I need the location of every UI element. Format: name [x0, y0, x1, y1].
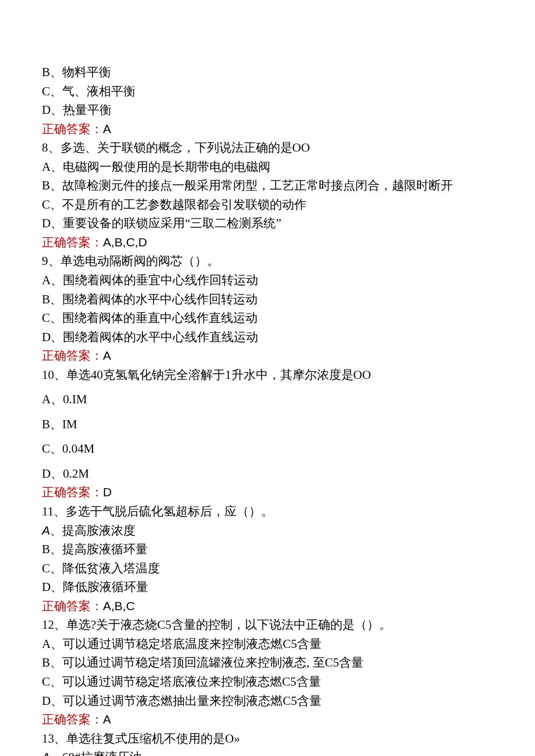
- text-line: D、0.2M: [42, 464, 493, 483]
- answer-line: 正确答案：A: [42, 120, 493, 139]
- spacing: [42, 433, 493, 439]
- text-line: D、围绕着阀体的水平中心线作直线运动: [42, 328, 493, 347]
- option-text: 、提高胺液浓度: [50, 524, 135, 538]
- text-line: C、气、液相平衡: [42, 82, 493, 101]
- spacing: [42, 409, 493, 415]
- text-line: 12、单选?关于液态烧C5含量的控制，以下说法中正确的是（）。: [42, 615, 493, 635]
- text-line: C、不是所有的工艺参数越限都会引发联锁的动作: [42, 195, 493, 214]
- text-line: 10、单选40克氢氧化钠完全溶解于1升水中，其摩尔浓度是OO: [42, 366, 493, 385]
- document-page: B、物料平衡C、气、液相平衡D、热量平衡正确答案：A8、多选、关于联锁的概念，下…: [0, 0, 535, 756]
- text-line: A、围绕着阀体的垂宜中心线作回转运动: [42, 271, 493, 290]
- option-line: A、提高胺液浓度: [42, 521, 493, 540]
- text-line: D、可以通过调节液态燃抽出量来控制液态燃C5含量: [42, 691, 493, 711]
- text-line: D、热量平衡: [42, 101, 493, 120]
- option-letter: A: [42, 750, 50, 756]
- text-line: B、围绕着阀体的水平中心线作回转运动: [42, 290, 493, 309]
- text-line: B、提高胺液循环量: [42, 540, 493, 559]
- text-line: B、物料平衡: [42, 63, 493, 82]
- answer-value: A,B,C,D: [103, 235, 147, 249]
- answer-value: A: [103, 122, 111, 135]
- text-line: C、可以通过调节稳定塔底液位来控制液态燃C5含量: [42, 672, 493, 691]
- answer-label: 正确答案：: [42, 122, 103, 136]
- answer-value: A: [103, 712, 111, 726]
- text-line: 8、多选、关于联锁的概念，下列说法正确的是OO: [42, 138, 493, 157]
- option-text: 、68#抗磨液压油: [50, 750, 142, 756]
- answer-line: 正确答案：A,B,C,D: [42, 233, 493, 252]
- answer-line: 正确答案：A: [42, 346, 493, 366]
- text-line: 9、单选电动隔断阀的阀芯（）。: [42, 252, 493, 271]
- answer-value: A: [103, 349, 111, 362]
- text-line: B、可以通过调节稳定塔顶回流罐液位来控制液态, 至C5含量: [42, 653, 493, 672]
- text-line: 11、多选干气脱后硫化氢超标后，应（）。: [42, 502, 493, 521]
- text-line: D、降低胺液循环量: [42, 578, 493, 597]
- spacing: [42, 458, 493, 464]
- answer-label: 正确答案：: [42, 599, 103, 613]
- option-letter: A: [42, 524, 50, 537]
- answer-line: 正确答案：D: [42, 483, 493, 502]
- text-line: C、0.04M: [42, 439, 493, 458]
- answer-label: 正确答案：: [42, 349, 103, 363]
- answer-value: D: [103, 485, 112, 499]
- text-line: 13、单选往复式压缩机不使用的是O»: [42, 729, 493, 748]
- text-line: A、电磁阀一般使用的是长期带电的电磁阀: [42, 157, 493, 177]
- text-line: B、IM: [42, 415, 493, 434]
- text-line: A、可以通过调节稳定塔底温度来控制液态燃C5含量: [42, 635, 493, 654]
- text-line: C、围绕着阀体的垂直中心线作直线运动: [42, 309, 493, 328]
- answer-line: 正确答案：A: [42, 710, 493, 729]
- option-line: A、68#抗磨液压油: [42, 748, 493, 756]
- answer-label: 正确答案：: [42, 485, 103, 499]
- text-line: D、重要设备的联锁应采用“三取二检测系统”: [42, 214, 493, 233]
- text-line: B、故障检测元件的接点一般采用常闭型，工艺正常时接点闭合，越限时断开: [42, 176, 493, 195]
- answer-line: 正确答案：A,B,C: [42, 597, 493, 616]
- spacing: [42, 384, 493, 390]
- text-line: C、降低贫液入塔温度: [42, 559, 493, 578]
- answer-label: 正确答案：: [42, 235, 103, 249]
- answer-value: A,B,C: [103, 599, 135, 612]
- text-line: A、0.IM: [42, 390, 493, 409]
- answer-label: 正确答案：: [42, 712, 103, 726]
